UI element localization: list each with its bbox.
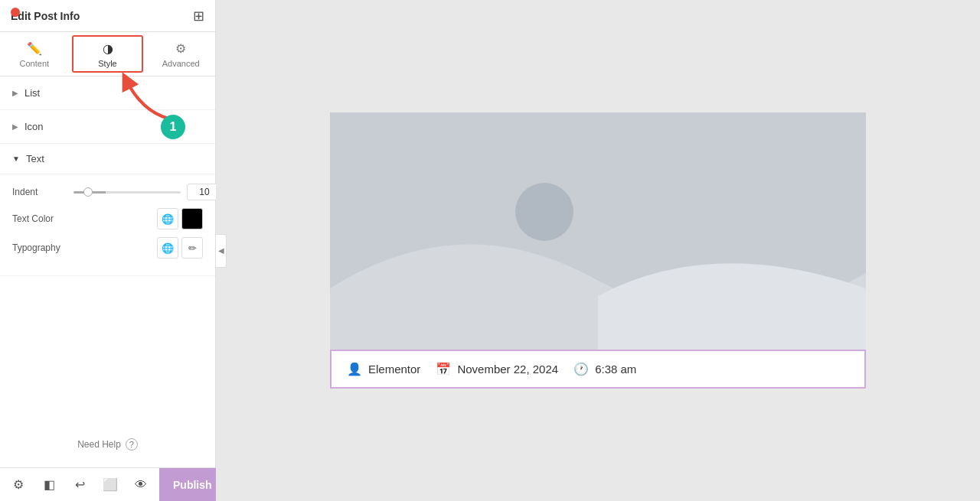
- svg-point-2: [515, 183, 573, 241]
- author-icon: 👤: [347, 362, 362, 376]
- panel-collapse-handle[interactable]: ◀: [216, 234, 227, 268]
- clock-icon: 🕐: [573, 362, 589, 376]
- style-icon: ◑: [103, 41, 113, 56]
- settings-button[interactable]: ⚙: [6, 473, 31, 497]
- section-text-header[interactable]: ▼ Text: [0, 144, 215, 174]
- need-help[interactable]: Need Help ?: [0, 426, 215, 463]
- tab-content[interactable]: ✏️ Content: [0, 32, 69, 76]
- main-canvas: 👤 Elementor 📅 November 22, 2024 🕐 6:38 a…: [216, 0, 980, 501]
- grid-icon[interactable]: ⊞: [193, 8, 204, 24]
- tabs-bar: ✏️ Content ◑ Style ⚙ Advanced: [0, 32, 215, 76]
- typography-global-button[interactable]: 🌐: [157, 237, 178, 259]
- text-arrow-icon: ▼: [12, 155, 20, 163]
- panel-title: Edit Post Info: [11, 10, 80, 22]
- bottom-bar: ⚙ ◧ ↩ ⬜ 👁 Publish ▲: [0, 467, 216, 501]
- gear-icon: ⚙: [175, 41, 186, 56]
- time-info: 🕐 6:38 am: [573, 362, 636, 376]
- text-color-row: Text Color 🌐: [12, 208, 203, 229]
- typography-edit-button[interactable]: ✏: [181, 237, 203, 259]
- author-info: 👤 Elementor: [347, 362, 420, 376]
- layers-button[interactable]: ◧: [37, 473, 61, 497]
- preview-button[interactable]: 👁: [129, 473, 153, 497]
- date-info: 📅 November 22, 2024: [436, 362, 558, 376]
- window-dot: [11, 8, 20, 17]
- text-color-controls: 🌐: [157, 208, 203, 229]
- text-color-label: Text Color: [12, 213, 54, 224]
- collapse-arrow-icon: ◀: [218, 246, 224, 255]
- canvas-inner: 👤 Elementor 📅 November 22, 2024 🕐 6:38 a…: [330, 112, 866, 389]
- help-icon: ?: [126, 438, 138, 451]
- icon-arrow-icon: ▶: [12, 122, 18, 131]
- text-color-global-button[interactable]: 🌐: [157, 208, 178, 229]
- bottom-icons: ⚙ ◧ ↩ ⬜ 👁: [0, 473, 159, 497]
- panel-header: Edit Post Info ⊞: [0, 0, 215, 32]
- section-list[interactable]: ▶ List: [0, 76, 215, 110]
- calendar-icon: 📅: [436, 362, 451, 376]
- pencil-icon: ✏️: [27, 41, 42, 56]
- list-arrow-icon: ▶: [12, 89, 18, 97]
- left-panel: Edit Post Info ⊞ ✏️ Content ◑ Style ⚙ Ad…: [0, 0, 216, 501]
- typography-row: Typography 🌐 ✏: [12, 237, 203, 259]
- typography-controls: 🌐 ✏: [157, 237, 203, 259]
- history-button[interactable]: ↩: [67, 473, 92, 497]
- text-color-swatch[interactable]: [181, 208, 203, 229]
- indent-label: Indent: [12, 187, 74, 197]
- section-icon[interactable]: ▶ Icon: [0, 110, 215, 144]
- indent-slider[interactable]: [74, 191, 181, 194]
- responsive-button[interactable]: ⬜: [98, 473, 122, 497]
- indent-control: Indent: [12, 184, 203, 200]
- tab-style[interactable]: ◑ Style: [72, 35, 144, 73]
- indent-slider-wrap: [74, 184, 222, 200]
- post-info-bar: 👤 Elementor 📅 November 22, 2024 🕐 6:38 a…: [330, 350, 866, 389]
- typography-label: Typography: [12, 242, 60, 253]
- text-section-content: Indent Text Color 🌐 Typography 🌐 ✏: [0, 174, 215, 276]
- placeholder-image: [330, 112, 866, 350]
- tab-advanced[interactable]: ⚙ Advanced: [146, 32, 215, 76]
